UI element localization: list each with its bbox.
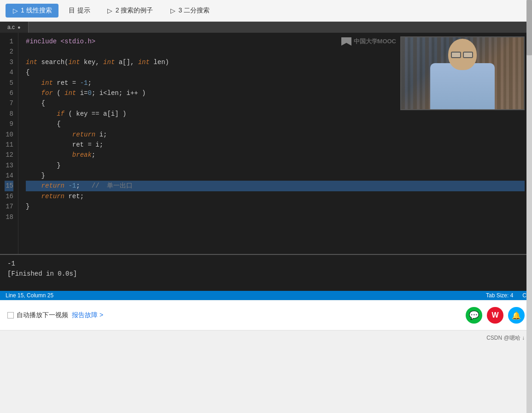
report-link[interactable]: 报告故障 > bbox=[72, 311, 103, 319]
play-icon: ▷ bbox=[12, 7, 18, 14]
checkbox-area: 自动播放下一视频 bbox=[7, 311, 68, 319]
code-line-8: if ( key == a[i] ) bbox=[26, 109, 525, 119]
tab-close-btn[interactable]: ● bbox=[18, 24, 21, 30]
code-line-10: return i; bbox=[26, 130, 525, 140]
code-line-4: { bbox=[26, 67, 525, 77]
status-position: Line 15, Column 25 bbox=[6, 292, 53, 299]
code-line-6: for ( int i=0; i<len; i++ ) bbox=[26, 88, 525, 98]
auto-play-label: 自动播放下一视频 bbox=[17, 311, 68, 319]
tab-linear-search-label: 1 线性搜索 bbox=[21, 6, 52, 15]
mooc-logo-icon bbox=[341, 37, 351, 46]
auto-play-section: 自动播放下一视频 报告故障 > bbox=[7, 311, 103, 319]
bottom-controls: 自动播放下一视频 报告故障 > 💬 W 🔔 bbox=[0, 300, 532, 330]
output-line-1: -1 bbox=[7, 259, 525, 269]
code-line-5: int ret = -1; bbox=[26, 78, 525, 88]
bell-icon: 🔔 bbox=[512, 311, 521, 320]
tab-hint-label: 提示 bbox=[77, 6, 90, 15]
svg-marker-0 bbox=[341, 37, 351, 46]
weibo-icon: W bbox=[491, 311, 498, 319]
code-area[interactable]: #include <stdio.h> int search(int key, i… bbox=[18, 33, 532, 254]
code-line-2 bbox=[26, 47, 525, 57]
tab-binary-search[interactable]: ▷ 3 二分搜索 bbox=[163, 4, 216, 18]
editor-tabs: a.c ● bbox=[0, 22, 532, 33]
editor-wrapper: a.c ● 中国大学MOOC bbox=[0, 22, 532, 300]
wechat-share-button[interactable]: 💬 bbox=[466, 307, 482, 324]
play-icon-3: ▷ bbox=[170, 7, 176, 14]
mooc-logo: 中国大学MOOC bbox=[341, 37, 396, 46]
code-line-7: { bbox=[26, 98, 525, 108]
code-line-9: { bbox=[26, 119, 525, 129]
editor-content: 中国大学MOOC bbox=[0, 33, 532, 254]
top-navigation: ▷ 1 线性搜索 目 提示 ▷ 2 搜索的例子 ▷ 3 二分搜索 bbox=[0, 0, 532, 22]
code-line-13: } bbox=[26, 160, 525, 171]
code-line-17: } bbox=[26, 201, 525, 212]
outer-scrollbar[interactable] bbox=[526, 0, 532, 413]
status-tab-size: Tab Size: 4 bbox=[486, 292, 513, 299]
footer: CSDN @嗯哈 ↓ bbox=[0, 330, 532, 346]
weibo-share-button[interactable]: W bbox=[487, 307, 503, 324]
code-line-3: int search(int key, int a[], int len) bbox=[26, 57, 525, 67]
tab-binary-search-label: 3 二分搜索 bbox=[178, 6, 210, 15]
code-line-15: return -1; // 单一出口 bbox=[26, 181, 525, 191]
status-language: C bbox=[522, 292, 526, 299]
outer-scrollbar-thumb[interactable] bbox=[526, 0, 532, 55]
notification-button[interactable]: 🔔 bbox=[508, 307, 525, 324]
tab-linear-search[interactable]: ▷ 1 线性搜索 bbox=[6, 4, 58, 18]
code-line-14: } bbox=[26, 171, 525, 181]
code-line-11: ret = i; bbox=[26, 140, 525, 150]
tab-hint[interactable]: 目 提示 bbox=[62, 4, 97, 18]
footer-text: CSDN @嗯哈 ↓ bbox=[486, 334, 525, 342]
auto-play-checkbox[interactable] bbox=[7, 312, 14, 319]
code-line-1: #include <stdio.h> bbox=[26, 36, 525, 47]
editor-filename: a.c bbox=[7, 24, 15, 30]
tab-search-example-label: 2 搜索的例子 bbox=[116, 6, 153, 15]
code-line-18 bbox=[26, 212, 525, 222]
editor-tab-ac[interactable]: a.c ● bbox=[0, 22, 29, 33]
code-line-12: break; bbox=[26, 150, 525, 160]
code-line-16: return ret; bbox=[26, 191, 525, 201]
mooc-logo-text: 中国大学MOOC bbox=[354, 37, 396, 46]
hint-icon: 目 bbox=[69, 7, 75, 14]
line-numbers: 1 2 3 4 5 6 7 8 9 10 11 12 13 14 15 16 1… bbox=[0, 33, 18, 254]
status-bar: Line 15, Column 25 Tab Size: 4 C bbox=[0, 291, 532, 300]
status-right: Tab Size: 4 C bbox=[486, 292, 526, 299]
wechat-icon: 💬 bbox=[469, 310, 479, 320]
play-icon-2: ▷ bbox=[107, 7, 113, 14]
tab-search-example[interactable]: ▷ 2 搜索的例子 bbox=[100, 4, 160, 18]
output-area: -1 [Finished in 0.0s] bbox=[0, 254, 532, 291]
output-line-2: [Finished in 0.0s] bbox=[7, 269, 525, 279]
social-icons: 💬 W 🔔 bbox=[466, 307, 525, 324]
